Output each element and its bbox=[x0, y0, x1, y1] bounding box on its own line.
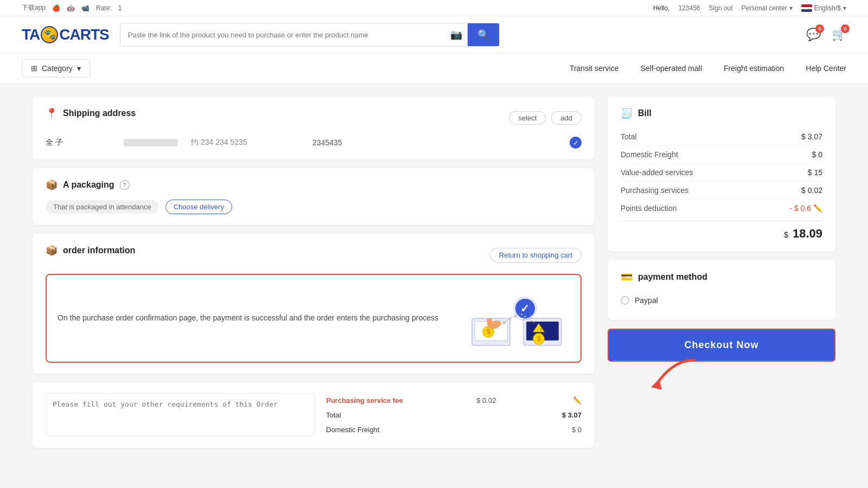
paypal-label: Paypal bbox=[635, 296, 658, 305]
shipping-address-card: 📍 Shipping address select add 全 子 约 234 … bbox=[33, 97, 595, 159]
address-zip: 2345435 bbox=[312, 138, 367, 147]
help-center-link[interactable]: Help Center bbox=[806, 64, 846, 73]
top-bar-right: Hello, 123456 Sign out Personal center ▾… bbox=[653, 4, 846, 12]
packaging-tags: That is packaged in attendance Choose de… bbox=[46, 200, 582, 214]
notes-row: Purchasing service fee $ 0.02 ✏️ Total $… bbox=[46, 393, 582, 437]
order-info-title: 📦 order information bbox=[46, 245, 135, 256]
bill-total-prefix: $ bbox=[784, 230, 788, 239]
order-illustration: $ ! $ bbox=[450, 286, 570, 351]
svg-text:$: $ bbox=[537, 335, 541, 343]
bill-vas-value: $ 15 bbox=[808, 168, 822, 177]
order-icon: 📦 bbox=[46, 245, 58, 256]
search-bar: 📷 🔍 bbox=[120, 23, 500, 47]
left-column: 📍 Shipping address select add 全 子 约 234 … bbox=[33, 97, 595, 448]
language-selector[interactable]: English/$ ▾ bbox=[801, 4, 846, 12]
order-information-card: 📦 order information Return to shopping c… bbox=[33, 234, 595, 374]
rate-label: Rate: bbox=[96, 4, 112, 12]
arrow-annotation bbox=[640, 355, 705, 394]
bill-row-purchasing: Purchasing services $ 0.02 bbox=[621, 182, 822, 200]
svg-text:$: $ bbox=[487, 328, 490, 336]
bill-domestic-label: Domestic Freight bbox=[621, 150, 678, 159]
address-header: 📍 Shipping address select add bbox=[46, 107, 582, 128]
bill-total-label: Total bbox=[621, 132, 637, 141]
total-fee-value: $ 3.07 bbox=[562, 411, 582, 419]
transit-service-link[interactable]: Transit service bbox=[570, 64, 619, 73]
choose-delivery-tag[interactable]: Choose delivery bbox=[165, 200, 232, 214]
address-masked bbox=[124, 139, 178, 146]
bill-total-value: $ 3.07 bbox=[801, 132, 822, 141]
bill-grand-total: $ 18.09 bbox=[621, 221, 822, 241]
main-content: 📍 Shipping address select add 全 子 约 234 … bbox=[11, 84, 857, 461]
logo-globe-icon: 🐾 bbox=[41, 26, 58, 43]
chevron-down-icon: ▾ bbox=[789, 4, 793, 12]
edit-deduction-icon[interactable]: ✏️ bbox=[813, 204, 822, 213]
packaging-card: 📦 A packaging ? That is packaged in atte… bbox=[33, 168, 595, 225]
add-address-button[interactable]: add bbox=[551, 111, 582, 125]
search-button[interactable]: 🔍 bbox=[468, 23, 499, 46]
address-actions: select add bbox=[509, 111, 582, 125]
rate-value: 1 bbox=[118, 4, 122, 12]
payment-title: 💳 payment method bbox=[621, 271, 822, 283]
paypal-option[interactable]: Paypal bbox=[621, 292, 822, 309]
packaging-title: 📦 A packaging ? bbox=[46, 179, 582, 191]
paypal-radio[interactable] bbox=[621, 296, 629, 305]
apple-icon: 🍎 bbox=[52, 4, 60, 12]
logo[interactable]: TA 🐾 CARTS bbox=[22, 26, 109, 43]
camera-icon[interactable]: 📷 bbox=[445, 29, 468, 41]
bill-row-deduction: Points deduction - $ 0.6 ✏️ bbox=[621, 200, 822, 217]
address-row: 全 子 约 234 234 5235 2345435 ✓ bbox=[46, 137, 582, 149]
download-app[interactable]: 下载app bbox=[22, 3, 46, 12]
notes-input[interactable] bbox=[46, 393, 315, 436]
bill-row-domestic: Domestic Freight $ 0 bbox=[621, 146, 822, 164]
logo-ta: TA bbox=[22, 26, 40, 43]
address-phone: 约 234 234 5235 bbox=[191, 138, 299, 147]
self-operated-mall-link[interactable]: Self-operated mall bbox=[640, 64, 702, 73]
freight-estimation-link[interactable]: Freight estimation bbox=[724, 64, 784, 73]
messages-badge: 0 bbox=[815, 24, 824, 33]
purchasing-fee-row: Purchasing service fee $ 0.02 ✏️ bbox=[326, 393, 582, 408]
bill-purchasing-label: Purchasing services bbox=[621, 186, 688, 195]
order-info-box: On the purchase order confirmation page,… bbox=[46, 274, 582, 363]
hello-text: Hello, bbox=[653, 4, 670, 12]
notes-fees-card: Purchasing service fee $ 0.02 ✏️ Total $… bbox=[33, 382, 595, 448]
grid-icon: ⊞ bbox=[31, 64, 37, 73]
domestic-fee-row: Domestic Freight $ 0 bbox=[326, 422, 582, 437]
svg-point-19 bbox=[514, 314, 517, 318]
address-selected-icon: ✓ bbox=[570, 137, 582, 149]
select-address-button[interactable]: select bbox=[509, 111, 546, 125]
total-fee-row: Total $ 3.07 bbox=[326, 408, 582, 422]
messages-button[interactable]: 💬 0 bbox=[806, 28, 821, 42]
cart-badge: 0 bbox=[841, 24, 850, 33]
bill-row-vas: Value-added services $ 15 bbox=[621, 164, 822, 182]
top-bar: 下载app 🍎 🤖 📹 Rate: 1 Hello, 123456 Sign o… bbox=[0, 0, 868, 16]
bill-row-total: Total $ 3.07 bbox=[621, 128, 822, 146]
signout-link[interactable]: Sign out bbox=[709, 4, 733, 12]
edit-purchasing-fee-icon[interactable]: ✏️ bbox=[573, 396, 582, 404]
payment-icon: 💳 bbox=[621, 271, 633, 283]
bill-deduction-value: - $ 0.6 ✏️ bbox=[789, 204, 822, 213]
video-icon: 📹 bbox=[81, 4, 90, 12]
notes-summary: Purchasing service fee $ 0.02 ✏️ Total $… bbox=[326, 393, 582, 437]
bill-vas-label: Value-added services bbox=[621, 168, 693, 177]
shipping-title: 📍 Shipping address bbox=[46, 107, 136, 119]
bill-title: 🧾 Bill bbox=[621, 107, 822, 119]
svg-point-18 bbox=[508, 317, 512, 320]
svg-text:!: ! bbox=[540, 327, 542, 332]
category-button[interactable]: ⊞ Category ▾ bbox=[22, 59, 90, 78]
help-icon[interactable]: ? bbox=[120, 180, 130, 190]
android-icon: 🤖 bbox=[67, 4, 75, 12]
svg-text:✓: ✓ bbox=[520, 303, 529, 314]
logo-carts: CARTS bbox=[59, 26, 108, 43]
bill-card: 🧾 Bill Total $ 3.07 Domestic Freight $ 0… bbox=[608, 97, 835, 252]
search-input[interactable] bbox=[120, 25, 445, 44]
domestic-fee-value: $ 0 bbox=[572, 426, 582, 434]
return-to-cart-button[interactable]: Return to shopping cart bbox=[490, 248, 582, 262]
cart-button[interactable]: 🛒 0 bbox=[832, 28, 846, 42]
bill-deduction-label: Points deduction bbox=[621, 204, 677, 213]
chevron-down-icon: ▾ bbox=[843, 4, 846, 12]
order-info-description: On the purchase order confirmation page,… bbox=[58, 312, 439, 325]
checkout-wrapper: Checkout Now bbox=[608, 329, 835, 362]
bill-icon: 🧾 bbox=[621, 107, 633, 119]
personal-center-btn[interactable]: Personal center ▾ bbox=[742, 4, 793, 12]
address-name: 全 子 bbox=[46, 138, 111, 147]
